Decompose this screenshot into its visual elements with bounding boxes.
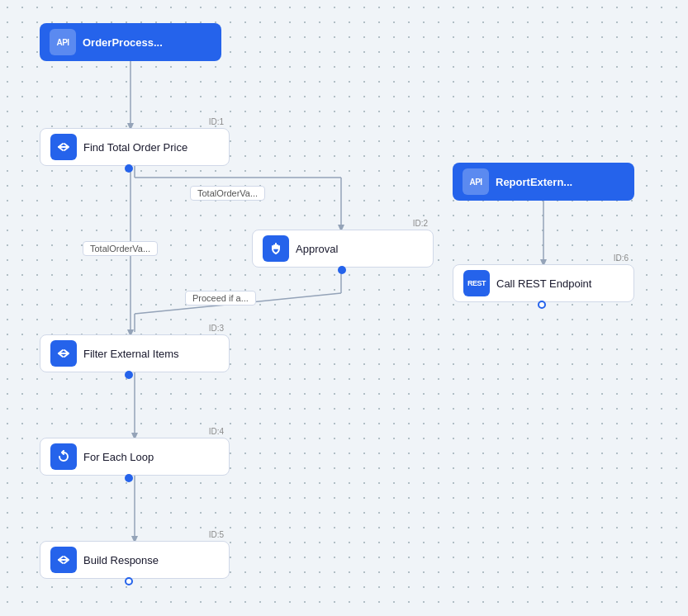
loop-icon xyxy=(50,443,77,470)
build-icon xyxy=(50,547,77,573)
api-icon: API xyxy=(50,29,76,55)
node-build-label: Build Response xyxy=(83,554,159,566)
edges-layer xyxy=(0,0,688,616)
filter-icon xyxy=(50,340,77,367)
edge-label-total-order-2: TotalOrderVa... xyxy=(83,241,158,256)
report-api-icon: API xyxy=(463,168,489,195)
node-id-6: ID:6 xyxy=(614,254,629,263)
node-approval[interactable]: ID:2 Approval xyxy=(252,230,434,268)
node-id-2: ID:2 xyxy=(413,219,428,228)
node-filter-label: Filter External Items xyxy=(83,348,179,360)
find-total-dot xyxy=(125,164,133,173)
node-id-1: ID:1 xyxy=(209,117,224,126)
build-response-bottom-dot xyxy=(125,577,133,585)
node-find-total-label: Find Total Order Price xyxy=(83,141,187,154)
node-for-each[interactable]: ID:4 For Each Loop xyxy=(40,438,230,476)
find-total-icon xyxy=(50,134,77,160)
node-report-label: ReportExtern... xyxy=(496,176,572,188)
node-call-rest[interactable]: ID:6 REST Call REST Endpoint xyxy=(453,264,634,302)
node-id-5: ID:5 xyxy=(209,530,224,539)
node-find-total[interactable]: ID:1 Find Total Order Price xyxy=(40,128,230,166)
node-for-each-label: For Each Loop xyxy=(83,451,154,463)
edge-label-total-order-1: TotalOrderVa... xyxy=(190,186,265,201)
node-api-start[interactable]: API OrderProcess... xyxy=(40,23,221,61)
node-report-extern[interactable]: API ReportExtern... xyxy=(453,163,634,201)
node-api-start-label: OrderProcess... xyxy=(83,36,163,49)
filter-dot xyxy=(125,371,133,379)
node-approval-label: Approval xyxy=(296,243,338,255)
node-build-response[interactable]: ID:5 Build Response xyxy=(40,541,230,579)
node-filter-external[interactable]: ID:3 Filter External Items xyxy=(40,334,230,372)
call-rest-bottom-dot xyxy=(538,301,546,309)
for-each-dot xyxy=(125,474,133,482)
rest-icon: REST xyxy=(463,270,490,296)
node-rest-label: Call REST Endpoint xyxy=(496,277,591,290)
workflow-canvas: API OrderProcess... ID:1 Find Total Orde… xyxy=(0,0,688,616)
node-id-3: ID:3 xyxy=(209,324,224,333)
node-id-4: ID:4 xyxy=(209,427,224,436)
edge-label-proceed: Proceed if a... xyxy=(185,291,256,306)
approval-icon xyxy=(263,235,289,262)
approval-dot xyxy=(338,266,346,274)
